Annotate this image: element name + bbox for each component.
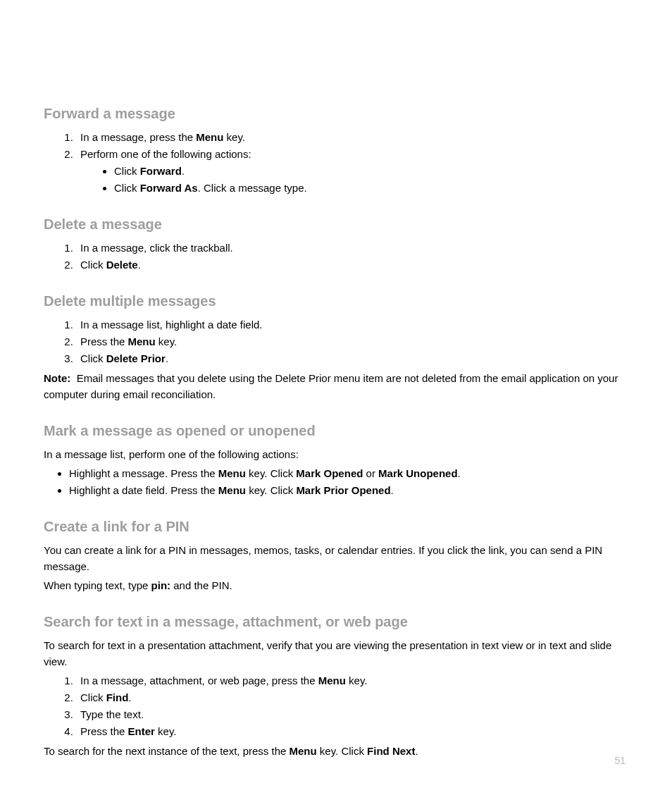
text: In a message, press the [80, 131, 196, 143]
heading-search: Search for text in a message, attachment… [44, 614, 628, 630]
text: or [363, 467, 378, 479]
text: . [391, 484, 394, 496]
bold-text: Menu [318, 674, 346, 686]
text: In a message, attachment, or web page, p… [80, 674, 318, 686]
text: key. [155, 725, 177, 737]
text: key. Click [246, 484, 296, 496]
bold-text: Menu [218, 467, 246, 479]
text: . Click a message type. [198, 182, 307, 194]
bold-text: Forward [140, 165, 182, 177]
text: and the PIN. [170, 579, 232, 591]
bold-text: Menu [290, 745, 317, 757]
list-item: In a message list, highlight a date fiel… [76, 316, 628, 333]
search-intro: To search for text in a presentation att… [44, 637, 628, 670]
text: Email messages that you delete using the… [44, 372, 618, 400]
text: key. [156, 335, 178, 347]
text: To search for the next instance of the t… [44, 745, 290, 757]
bold-text: pin: [151, 579, 171, 591]
pin-p1: You can create a link for a PIN in messa… [44, 542, 628, 575]
bold-text: Menu [196, 131, 223, 143]
pin-p2: When typing text, type pin: and the PIN. [44, 577, 628, 593]
list-item: In a message, attachment, or web page, p… [76, 672, 628, 689]
text: . [128, 691, 131, 703]
list-item: Click Delete Prior. [76, 350, 628, 367]
page-number: 51 [614, 755, 626, 766]
text: . [458, 467, 461, 479]
heading-delete: Delete a message [44, 216, 628, 233]
bold-text: Menu [128, 335, 156, 347]
note-label: Note: [44, 372, 70, 384]
list-item: Click Forward As. Click a message type. [114, 180, 628, 197]
text: Click [80, 352, 106, 364]
text: . [166, 352, 168, 364]
heading-forward: Forward a message [44, 106, 628, 122]
list-item: Type the text. [76, 706, 628, 723]
list-item: Click Forward. [114, 163, 628, 180]
bold-text: Enter [128, 725, 155, 737]
bold-text: Mark Opened [296, 467, 363, 479]
search-outro: To search for the next instance of the t… [44, 743, 628, 759]
heading-delete-multiple: Delete multiple messages [44, 293, 628, 309]
heading-mark: Mark a message as opened or unopened [44, 423, 628, 439]
text: Type the text. [80, 708, 144, 720]
search-steps: In a message, attachment, or web page, p… [44, 672, 628, 740]
text: Click [114, 165, 140, 177]
bold-text: Mark Unopened [378, 467, 458, 479]
note: Note: Email messages that you delete usi… [44, 370, 628, 403]
list-item: Click Find. [76, 689, 628, 706]
list-item: Press the Enter key. [76, 723, 628, 740]
text: Click [80, 259, 106, 271]
text: Click [114, 182, 140, 194]
list-item: Click Delete. [76, 257, 628, 273]
text: . [182, 165, 185, 177]
forward-steps: In a message, press the Menu key. Perfor… [44, 129, 628, 197]
text: key. [223, 131, 245, 143]
text: In a message list, highlight a date fiel… [80, 319, 263, 331]
text: Press the [80, 335, 128, 347]
bold-text: Mark Prior Opened [296, 484, 390, 496]
text: key. Click [317, 745, 367, 757]
list-item: Highlight a date field. Press the Menu k… [69, 482, 628, 499]
text: key. [346, 674, 368, 686]
list-item: Highlight a message. Press the Menu key.… [69, 465, 628, 482]
list-item: Perform one of the following actions: Cl… [76, 146, 628, 197]
text: . [138, 259, 141, 271]
forward-options: Click Forward. Click Forward As. Click a… [80, 163, 628, 197]
document-page: Forward a message In a message, press th… [0, 0, 672, 807]
section-mark: Mark a message as opened or unopened In … [44, 423, 628, 499]
bold-text: Find Next [367, 745, 415, 757]
section-delete-multiple: Delete multiple messages In a message li… [44, 293, 628, 403]
text: key. Click [246, 467, 296, 479]
mark-options: Highlight a message. Press the Menu key.… [44, 465, 628, 499]
mark-intro: In a message list, perform one of the fo… [44, 446, 628, 462]
delete-steps: In a message, click the trackball. Click… [44, 240, 628, 273]
text: Click [80, 691, 106, 703]
text: Press the [80, 725, 128, 737]
bold-text: Find [106, 691, 129, 703]
text: In a message, click the trackball. [80, 242, 233, 254]
section-search: Search for text in a message, attachment… [44, 614, 628, 760]
list-item: In a message, click the trackball. [76, 240, 628, 257]
bold-text: Forward As [140, 182, 198, 194]
text: Perform one of the following actions: [80, 148, 251, 160]
text: Highlight a date field. Press the [69, 484, 218, 496]
list-item: Press the Menu key. [76, 333, 628, 350]
text: . [415, 745, 418, 757]
text: Highlight a message. Press the [69, 467, 218, 479]
heading-pin: Create a link for a PIN [44, 519, 628, 535]
delete-multiple-steps: In a message list, highlight a date fiel… [44, 316, 628, 367]
section-forward: Forward a message In a message, press th… [44, 106, 628, 197]
text: When typing text, type [44, 579, 151, 591]
section-pin: Create a link for a PIN You can create a… [44, 519, 628, 594]
bold-text: Delete Prior [106, 352, 166, 364]
bold-text: Menu [218, 484, 246, 496]
list-item: In a message, press the Menu key. [76, 129, 628, 146]
bold-text: Delete [106, 259, 138, 271]
section-delete: Delete a message In a message, click the… [44, 216, 628, 273]
